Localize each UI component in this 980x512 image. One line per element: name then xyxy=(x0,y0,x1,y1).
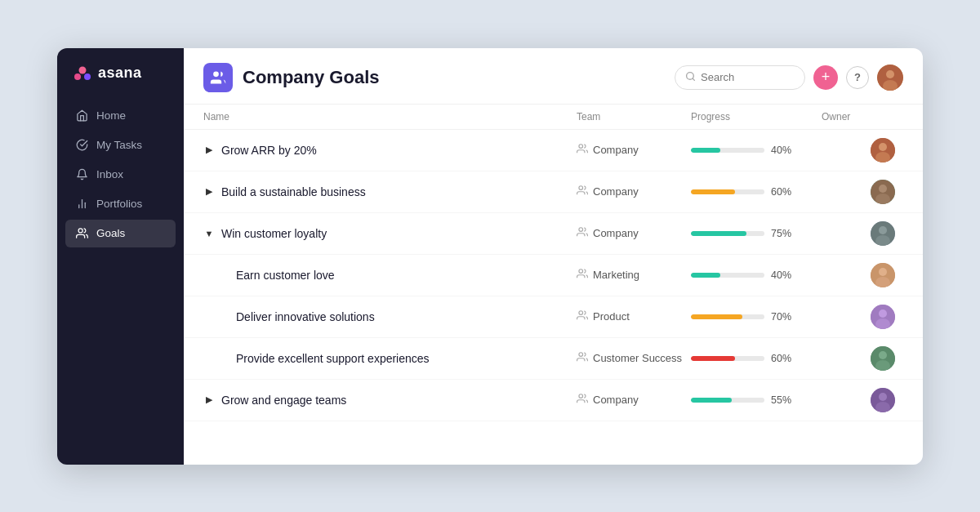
chevron-right-icon[interactable]: ▶ xyxy=(203,145,215,156)
header-avatar-img xyxy=(877,65,903,91)
goal-name-3-2: Deliver innovative solutions xyxy=(236,310,375,323)
team-icon-2 xyxy=(577,185,588,198)
goals-page-icon xyxy=(203,63,233,92)
svg-point-37 xyxy=(579,394,583,398)
team-cell-3: Company xyxy=(577,226,691,240)
svg-point-13 xyxy=(579,145,583,149)
progress-bar-bg-1 xyxy=(691,148,764,153)
progress-bar-bg-3-2 xyxy=(691,314,764,319)
sidebar-item-my-tasks-label: My Tasks xyxy=(96,139,142,151)
table-row: Provide excellent support experiences Cu… xyxy=(184,338,923,380)
asana-logo-icon xyxy=(74,65,91,82)
sidebar-item-inbox[interactable]: Inbox xyxy=(65,161,176,189)
sidebar-item-my-tasks[interactable]: My Tasks xyxy=(65,131,176,159)
goal-name-cell-3-3: Provide excellent support experiences xyxy=(203,352,577,365)
owner-cell-3-3 xyxy=(822,346,903,371)
goal-name-1: Grow ARR by 20% xyxy=(221,144,317,157)
search-box[interactable] xyxy=(675,65,805,90)
progress-bar-fill-1 xyxy=(691,148,720,153)
goal-name-4: Grow and engage teams xyxy=(221,394,346,407)
svg-point-27 xyxy=(879,268,887,276)
progress-bar-fill-3-3 xyxy=(691,356,735,361)
goal-name-2: Build a sustainable business xyxy=(221,185,366,198)
check-circle-icon xyxy=(75,139,88,152)
team-cell-2: Company xyxy=(577,185,691,198)
team-name-3-2: Product xyxy=(593,310,630,323)
bar-chart-icon xyxy=(75,198,88,211)
svg-point-31 xyxy=(879,309,887,318)
header-avatar[interactable] xyxy=(877,65,903,91)
owner-avatar-3 xyxy=(871,221,895,246)
col-header-team: Team xyxy=(577,111,691,122)
owner-avatar-2 xyxy=(871,180,895,204)
table-header: Name Team Progress Owner xyxy=(184,105,923,130)
help-button[interactable]: ? xyxy=(846,66,869,89)
goals-icon-svg xyxy=(210,69,226,86)
goal-name-cell-3: ▼ Win customer loyalty xyxy=(203,227,577,240)
sidebar-item-goals[interactable]: Goals xyxy=(65,220,176,247)
team-cell-3-1: Marketing xyxy=(577,268,691,282)
progress-cell-3: 75% xyxy=(691,228,822,239)
table-row: ▶ Grow and engage teams Company xyxy=(184,380,923,421)
chevron-right-icon[interactable]: ▶ xyxy=(203,394,215,406)
team-icon-3-3 xyxy=(577,351,588,365)
progress-pct-3: 75% xyxy=(771,228,797,239)
col-header-owner: Owner xyxy=(822,111,903,122)
owner-cell-3-2 xyxy=(822,305,903,329)
owner-3-img xyxy=(871,221,895,246)
progress-bar-fill-2 xyxy=(691,189,735,194)
table-row: ▶ Grow ARR by 20% Company xyxy=(184,130,923,171)
header-left: Company Goals xyxy=(203,63,675,92)
main-header: Company Goals + ? xyxy=(184,48,923,105)
owner-1-img xyxy=(871,138,895,163)
owner-avatar-3-1 xyxy=(871,263,895,287)
team-name-2: Company xyxy=(593,185,639,198)
app-container: asana Home My Tasks xyxy=(57,48,923,465)
table-row: Deliver innovative solutions Product xyxy=(184,296,923,338)
team-cell-1: Company xyxy=(577,143,691,157)
team-name-3-1: Marketing xyxy=(593,269,639,281)
team-name-3-3: Customer Success xyxy=(593,352,682,364)
svg-point-39 xyxy=(879,393,887,401)
sidebar-item-home[interactable]: Home xyxy=(65,102,176,130)
progress-bar-fill-3-1 xyxy=(691,273,720,278)
sidebar: asana Home My Tasks xyxy=(57,48,184,465)
chevron-right-icon[interactable]: ▶ xyxy=(203,186,215,198)
chevron-down-icon[interactable]: ▼ xyxy=(203,228,215,239)
sidebar-item-portfolios[interactable]: Portfolios xyxy=(65,190,176,218)
owner-avatar-3-3 xyxy=(871,346,895,371)
owner-cell-3 xyxy=(822,221,903,246)
main-content: Company Goals + ? xyxy=(184,48,923,465)
owner-cell-2 xyxy=(822,180,903,204)
svg-point-25 xyxy=(579,269,583,274)
col-header-name: Name xyxy=(203,111,577,122)
team-name-1: Company xyxy=(593,144,639,156)
progress-bar-fill-3-2 xyxy=(691,314,742,319)
team-icon-1 xyxy=(577,143,588,157)
team-icon-3-1 xyxy=(577,268,588,282)
svg-point-6 xyxy=(78,229,82,233)
app-name: asana xyxy=(98,65,142,82)
svg-point-1 xyxy=(74,73,81,80)
progress-bar-fill-3 xyxy=(691,231,746,236)
owner-cell-4 xyxy=(822,388,903,412)
home-icon xyxy=(75,109,88,122)
svg-point-19 xyxy=(879,185,887,193)
progress-pct-1: 40% xyxy=(771,145,797,156)
goal-name-3-3: Provide excellent support experiences xyxy=(236,352,430,365)
bell-icon xyxy=(75,168,88,181)
person-icon xyxy=(75,227,88,240)
progress-cell-3-3: 60% xyxy=(691,353,822,364)
svg-point-7 xyxy=(213,71,219,77)
progress-cell-2: 60% xyxy=(691,186,822,198)
search-input[interactable] xyxy=(701,71,795,83)
team-cell-3-3: Customer Success xyxy=(577,351,691,365)
svg-line-9 xyxy=(693,78,694,80)
owner-3-3-img xyxy=(871,346,895,371)
add-button[interactable]: + xyxy=(813,65,838,90)
svg-point-17 xyxy=(579,186,583,190)
progress-cell-3-2: 70% xyxy=(691,311,822,323)
table-row: ▼ Win customer loyalty Company xyxy=(184,213,923,255)
header-actions: + ? xyxy=(675,65,903,91)
team-icon-4 xyxy=(577,393,588,407)
